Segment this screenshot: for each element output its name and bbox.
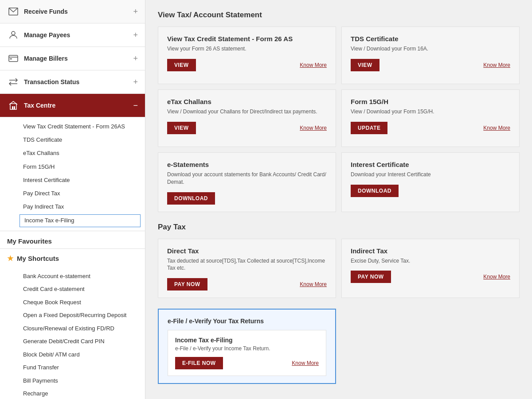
card-footer-tds-certificate: VIEW Know More [351,59,510,71]
know-more-tds-certificate[interactable]: Know More [483,62,510,68]
shortcut-closure-renewal[interactable]: Closure/Renewal of Existing FD/RD [0,322,145,335]
know-more-form-15gh[interactable]: Know More [483,125,510,131]
submenu-etax-challans[interactable]: eTax Challans [0,147,145,160]
card-form-15gh: Form 15G/H View / Download your Form 15G… [341,89,520,147]
card-title-form-15gh: Form 15G/H [351,98,510,105]
svg-rect-7 [14,106,15,109]
shortcut-bill-payments[interactable]: Bill Payments [0,374,145,387]
card-desc-e-statements: Download your account statements for Ban… [167,171,327,186]
main-content: View Tax/ Account Statement View Tax Cre… [145,0,532,399]
building-icon [7,99,20,112]
card-footer-interest-certificate: DOWNLOAD [351,185,510,197]
card-desc-etax-challans: View / Download your Challans for Direct… [167,108,327,116]
card-desc-interest-certificate: Download your Interest Certificate [351,171,510,178]
nav-item-tax-centre[interactable]: Tax Centre − [0,94,145,117]
star-icon: ★ [7,254,13,263]
envelope-icon [7,5,20,18]
card-title-e-statements: e-Statements [167,161,327,168]
sidebar: Receive Funds + Manage Payees + [0,0,145,399]
shortcut-recharge[interactable]: Recharge [0,387,145,399]
efile-card-desc: e-File / e-Verify your Income Tax Return… [175,345,319,352]
card-desc-form-15gh: View / Download your Form 15G/H. [351,108,510,116]
submenu-view-tax-credit[interactable]: View Tax Credit Statement - Form 26AS [0,120,145,133]
know-more-indirect-tax[interactable]: Know More [483,274,510,280]
card-title-view-tax-credit: View Tax Credit Statement - Form 26 AS [167,35,327,43]
card-e-statements: e-Statements Download your account state… [158,152,336,212]
card-footer-form-15gh: UPDATE Know More [351,122,510,134]
nav-item-receive-funds[interactable]: Receive Funds + [0,0,145,23]
efile-card-title: Income Tax e-Filing [175,337,319,344]
arrows-icon [7,76,20,88]
person-icon [7,29,20,41]
svg-rect-4 [10,58,12,59]
pay-tax-section-title: Pay Tax [158,223,520,232]
nav-item-manage-billers[interactable]: Manage Billers + [0,47,145,70]
submenu-form-15gh[interactable]: Form 15G/H [0,160,145,174]
btn-tds-certificate[interactable]: VIEW [351,59,379,71]
expand-icon: + [133,77,138,87]
pay-tax-cards-grid: Direct Tax Tax deducted at source[TDS],T… [158,239,520,298]
card-tds-certificate: TDS Certificate View / Download your For… [341,27,520,84]
collapse-icon: − [133,101,138,110]
expand-icon: + [133,54,138,63]
btn-interest-certificate[interactable]: DOWNLOAD [351,185,399,197]
card-view-tax-credit: View Tax Credit Statement - Form 26 AS V… [158,27,336,84]
card-desc-view-tax-credit: View your Form 26 AS statement. [167,45,327,53]
btn-etax-challans[interactable]: VIEW [167,122,196,134]
shortcuts-list: Bank Account e-statement Credit Card e-s… [0,268,145,399]
know-more-direct-tax[interactable]: Know More [300,281,327,287]
btn-efile-now[interactable]: E-FILE NOW [175,357,223,369]
my-favourites-header: My Favourites [0,231,145,248]
btn-direct-tax[interactable]: PAY NOW [167,278,207,291]
card-title-direct-tax: Direct Tax [167,247,327,255]
submenu-tds-certificate[interactable]: TDS Certificate [0,133,145,147]
card-direct-tax: Direct Tax Tax deducted at source[TDS],T… [158,239,336,298]
card-footer-view-tax-credit: VIEW Know More [167,59,327,71]
shortcut-bank-account-estatement[interactable]: Bank Account e-statement [0,270,145,283]
nav-item-manage-payees[interactable]: Manage Payees + [0,23,145,47]
card-footer-e-statements: DOWNLOAD [167,192,327,205]
card-interest-certificate: Interest Certificate Download your Inter… [341,152,520,212]
efile-section-title: e-File / e-Verify Your Tax Returns [168,318,326,325]
card-desc-indirect-tax: Excise Duty, Service Tax. [351,257,510,265]
btn-view-tax-credit[interactable]: VIEW [167,59,196,71]
credit-card-icon [7,52,20,65]
card-footer-direct-tax: PAY NOW Know More [167,278,327,291]
know-more-etax-challans[interactable]: Know More [300,125,327,131]
know-more-efile[interactable]: Know More [292,360,319,366]
efile-inner-card: Income Tax e-Filing e-File / e-Verify yo… [168,330,326,376]
card-desc-tds-certificate: View / Download your Form 16A. [351,45,510,53]
btn-indirect-tax[interactable]: PAY NOW [351,271,391,283]
card-title-interest-certificate: Interest Certificate [351,161,510,168]
shortcut-block-card[interactable]: Block Debit/ ATM card [0,348,145,361]
shortcut-generate-pin[interactable]: Generate Debit/Credit Card PIN [0,335,145,348]
card-title-indirect-tax: Indirect Tax [351,247,510,255]
card-footer-indirect-tax: PAY NOW Know More [351,271,510,283]
submenu-pay-direct-tax[interactable]: Pay Direct Tax [0,187,145,200]
expand-icon: + [133,31,138,40]
tax-centre-submenu: View Tax Credit Statement - Form 26AS TD… [0,117,145,231]
card-title-etax-challans: eTax Challans [167,98,327,105]
submenu-pay-indirect-tax[interactable]: Pay Indirect Tax [0,200,145,213]
card-indirect-tax: Indirect Tax Excise Duty, Service Tax. P… [341,239,520,298]
shortcut-open-fixed-deposit[interactable]: Open a Fixed Deposit/Recurring Deposit [0,309,145,322]
card-etax-challans: eTax Challans View / Download your Chall… [158,89,336,147]
expand-icon: + [133,7,138,16]
btn-e-statements[interactable]: DOWNLOAD [167,192,215,205]
shortcut-cheque-book-request[interactable]: Cheque Book Request [0,296,145,309]
efile-card-footer: E-FILE NOW Know More [175,357,319,369]
card-footer-etax-challans: VIEW Know More [167,122,327,134]
know-more-view-tax-credit[interactable]: Know More [300,62,327,68]
submenu-interest-certificate[interactable]: Interest Certificate [0,174,145,187]
card-desc-direct-tax: Tax deducted at source[TDS],Tax Collecte… [167,257,327,272]
view-tax-section-title: View Tax/ Account Statement [158,11,520,19]
view-tax-cards-grid: View Tax Credit Statement - Form 26 AS V… [158,27,520,212]
svg-point-1 [12,31,15,35]
nav-item-transaction-status[interactable]: Transaction Status + [0,70,145,94]
submenu-income-tax-efiling[interactable]: Income Tax e-Filing [20,214,141,227]
card-title-tds-certificate: TDS Certificate [351,35,510,43]
shortcut-fund-transfer[interactable]: Fund Transfer [0,361,145,374]
shortcut-credit-card-estatement[interactable]: Credit Card e-statement [0,283,145,296]
card-efile-section: e-File / e-Verify Your Tax Returns Incom… [158,309,336,384]
btn-form-15gh[interactable]: UPDATE [351,122,387,134]
